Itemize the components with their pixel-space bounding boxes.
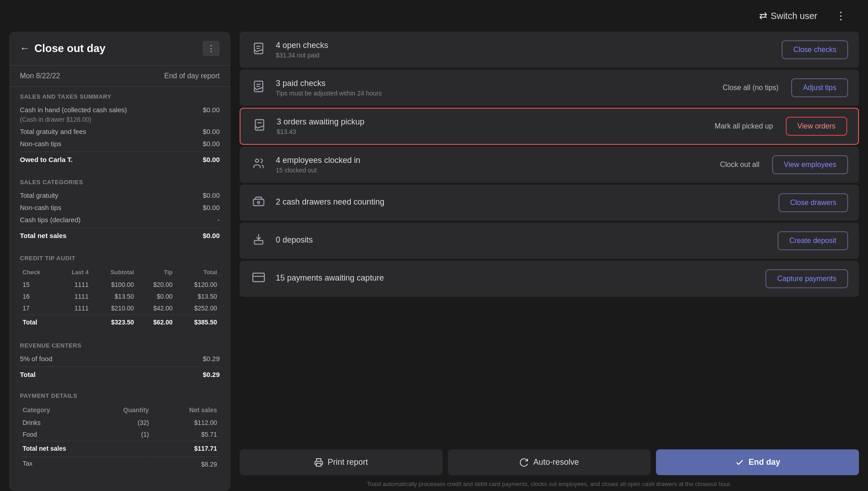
paid-checks-info: 3 paid checks Tips must be adjusted with…	[276, 79, 707, 97]
open-checks-item: 4 open checks $31.34 not paid Close chec…	[240, 32, 859, 68]
paid-checks-subtitle: Tips must be adjusted within 24 hours	[276, 90, 707, 97]
summary-sub-row: (Cash in drawer $126.00)	[20, 116, 220, 125]
view-employees-button[interactable]: View employees	[772, 155, 848, 174]
deposits-title: 0 deposits	[276, 235, 769, 245]
sales-taxes-header: SALES AND TAXES SUMMARY	[9, 87, 231, 104]
orders-icon	[251, 119, 268, 134]
deposits-item: 0 deposits Create deposit	[240, 223, 859, 259]
close-drawers-button[interactable]: Close drawers	[778, 193, 848, 212]
svg-rect-12	[253, 273, 264, 281]
panel-title: Close out day	[34, 42, 105, 55]
checkmark-icon	[735, 458, 744, 467]
receipt-paid-icon	[250, 80, 267, 96]
more-options-icon[interactable]: ⋮	[832, 6, 850, 26]
credit-tip-audit-table: Check Last 4 Subtotal Tip Total 15 1111 …	[9, 265, 231, 330]
payments-capture-item: 15 payments awaiting capture Capture pay…	[240, 261, 859, 297]
main-layout: ← Close out day ⋮ Mon 8/22/22 End of day…	[0, 32, 868, 491]
audit-total-row: Total $323.50 $62.00 $385.50	[21, 315, 219, 329]
action-items-list: 4 open checks $31.34 not paid Close chec…	[240, 32, 859, 444]
paid-checks-item: 3 paid checks Tips must be adjusted with…	[240, 70, 859, 106]
print-report-label: Print report	[328, 458, 368, 467]
credit-tip-audit-header: CREDIT TIP AUDIT	[9, 248, 231, 265]
pay-col-category: Category	[21, 404, 87, 416]
summary-row: Total gratuity $0.00	[20, 189, 220, 201]
col-last4: Last 4	[57, 266, 90, 278]
employees-buttons: Clock out all View employees	[713, 155, 848, 174]
panel-menu-button[interactable]: ⋮	[203, 41, 220, 56]
employees-clocked-item: 4 employees clocked in 15 clocked out Cl…	[240, 147, 859, 183]
payment-details-table: Category Quantity Net sales Drinks (32) …	[9, 403, 231, 472]
back-icon: ←	[20, 43, 30, 54]
view-orders-button[interactable]: View orders	[786, 117, 847, 136]
create-deposit-button[interactable]: Create deposit	[778, 231, 848, 250]
revenue-total-row: Total $0.29	[20, 367, 220, 381]
summary-row: Total gratuity and fees $0.00	[20, 125, 220, 138]
total-net-sales-row: Total net sales $0.00	[20, 228, 220, 243]
capture-payments-button[interactable]: Capture payments	[765, 269, 848, 288]
card-payment-icon	[250, 271, 267, 287]
payment-tax-row: Tax $8.29	[21, 457, 219, 472]
cash-drawers-buttons: Close drawers	[778, 193, 848, 212]
svg-rect-6	[255, 119, 264, 130]
receipt-icon	[250, 42, 267, 58]
revenue-centers-header: REVENUE CENTERS	[9, 336, 231, 353]
open-checks-buttons: Close checks	[782, 40, 848, 59]
back-button[interactable]: ← Close out day	[20, 42, 105, 55]
deposits-icon	[250, 233, 267, 249]
open-checks-subtitle: $31.34 not paid	[276, 52, 773, 59]
svg-point-10	[258, 201, 260, 204]
paid-checks-title: 3 paid checks	[276, 79, 707, 88]
switch-user-button[interactable]: ⇄ Switch user	[752, 6, 825, 25]
close-all-no-tips-button[interactable]: Close all (no tips)	[716, 80, 786, 95]
pay-col-netsales: Net sales	[151, 404, 219, 416]
employees-icon	[250, 157, 267, 173]
sales-categories-table: Total gratuity $0.00 Non-cash tips $0.00…	[9, 189, 231, 243]
payments-capture-info: 15 payments awaiting capture	[276, 273, 756, 284]
open-checks-title: 4 open checks	[276, 41, 773, 50]
close-checks-button[interactable]: Close checks	[782, 40, 848, 59]
orders-awaiting-item: 3 orders awaiting pickup $13.43 Mark all…	[240, 108, 859, 145]
summary-row: Cash tips (declared) -	[20, 214, 220, 226]
end-day-button[interactable]: End day	[656, 449, 859, 475]
revenue-row: 5% of food $0.29	[20, 353, 220, 365]
bottom-buttons: Print report Auto-resolve End day	[240, 449, 859, 475]
mark-all-picked-up-button[interactable]: Mark all picked up	[708, 119, 780, 134]
end-day-label: End day	[749, 458, 780, 467]
owed-row: Owed to Carla T. $0.00	[20, 152, 220, 167]
cash-drawer-icon	[250, 195, 267, 211]
deposits-buttons: Create deposit	[778, 231, 848, 250]
orders-awaiting-buttons: Mark all picked up View orders	[708, 117, 847, 136]
switch-user-label: Switch user	[771, 11, 817, 21]
bottom-section: Print report Auto-resolve End day Toast	[240, 449, 859, 491]
audit-row: 16 1111 $13.50 $0.00 $13.50	[21, 291, 219, 302]
clock-out-all-button[interactable]: Clock out all	[713, 157, 767, 172]
print-report-button[interactable]: Print report	[240, 449, 443, 475]
payment-row: Food (1) $5.71	[21, 429, 219, 440]
payment-row: Drinks (32) $112.00	[21, 417, 219, 428]
col-tip: Tip	[137, 266, 174, 278]
date-row: Mon 8/22/22 End of day report	[9, 66, 231, 87]
summary-row: Cash in hand (collected cash sales) $0.0…	[20, 104, 220, 116]
svg-rect-9	[253, 199, 264, 205]
print-icon	[314, 458, 323, 467]
payment-total-row: Total net sales $117.71	[21, 441, 219, 456]
audit-row: 17 1111 $210.00 $42.00 $252.00	[21, 303, 219, 314]
revenue-centers-table: 5% of food $0.29 Total $0.29	[9, 353, 231, 381]
top-bar-actions: ⇄ Switch user ⋮	[752, 6, 850, 26]
svg-rect-14	[316, 463, 321, 466]
adjust-tips-button[interactable]: Adjust tips	[791, 78, 848, 97]
left-panel-header: ← Close out day ⋮	[9, 32, 231, 66]
auto-resolve-button[interactable]: Auto-resolve	[448, 449, 651, 475]
end-of-day-report-label: End of day report	[164, 72, 220, 80]
summary-row: Non-cash tips $0.00	[20, 138, 220, 150]
date-label: Mon 8/22/22	[20, 72, 60, 80]
employees-info: 4 employees clocked in 15 clocked out	[276, 156, 704, 174]
left-panel: ← Close out day ⋮ Mon 8/22/22 End of day…	[9, 32, 231, 491]
summary-row: Non-cash tips $0.00	[20, 201, 220, 214]
payment-details-header: PAYMENT DETAILS	[9, 386, 231, 403]
audit-row: 15 1111 $100.00 $20.00 $120.00	[21, 279, 219, 290]
col-subtotal: Subtotal	[91, 266, 136, 278]
switch-user-icon: ⇄	[759, 10, 767, 22]
sales-taxes-table: Cash in hand (collected cash sales) $0.0…	[9, 104, 231, 167]
payments-capture-title: 15 payments awaiting capture	[276, 273, 756, 283]
